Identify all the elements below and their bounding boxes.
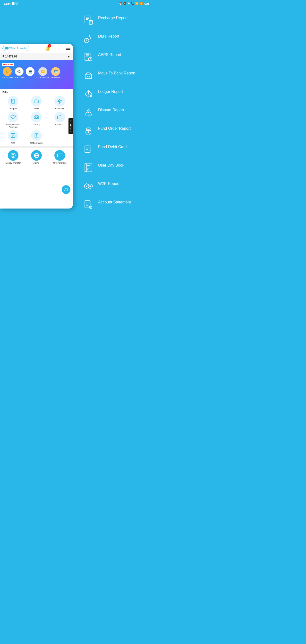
banner-item-rashancard[interactable]: 🌾 RASHAN CARD bbox=[2, 67, 13, 78]
wifi-icon: 📶 bbox=[135, 2, 138, 5]
phone-header: Wallet To Wallet 🔔 50 bbox=[0, 44, 73, 53]
fab-refresh-button[interactable] bbox=[62, 185, 70, 194]
move-to-bank-icon bbox=[83, 70, 94, 82]
banner-item-votercard[interactable]: 🪪 VOTER CARD bbox=[51, 67, 60, 78]
move-to-bank-label: Move To Bank Report bbox=[98, 70, 135, 76]
menu-item-ledger-report[interactable]: Ledger Report bbox=[83, 88, 148, 100]
banner-time: M to 6 PM bbox=[2, 63, 14, 66]
svg-rect-6 bbox=[58, 116, 62, 119]
menu-item-fund-debit-credit[interactable]: Fund Debit Credit bbox=[83, 144, 148, 155]
services-title: Bills bbox=[3, 91, 70, 94]
signal-icon: 📶 bbox=[139, 2, 143, 5]
minus-icon: ⊖ bbox=[127, 2, 130, 5]
fund-debit-credit-icon bbox=[83, 144, 94, 155]
dispute-report-label: Dispute Report bbox=[98, 107, 124, 113]
recharge-report-icon bbox=[83, 14, 94, 26]
service-cable-tv[interactable]: Cable TV bbox=[49, 112, 70, 128]
recharge-report-label: Recharge Report bbox=[98, 14, 128, 20]
bottom-section: Money Transfer AEPS UP bbox=[0, 148, 73, 166]
services-grid: Postpaid DTH Electrici bbox=[3, 96, 70, 144]
svg-point-4 bbox=[35, 117, 36, 118]
menu-item-account-statement[interactable]: Account Statement bbox=[83, 199, 148, 210]
svg-point-0 bbox=[18, 70, 20, 72]
service-money-transfer[interactable]: Money Transfer bbox=[3, 150, 24, 164]
dispute-report-icon bbox=[83, 107, 94, 118]
dmt-report-icon bbox=[83, 33, 94, 44]
banner-item-utilitybill[interactable]: UTILITY BILL bbox=[15, 67, 24, 78]
service-nsdl[interactable]: NSDL Initiate bbox=[26, 130, 47, 144]
account-statement-icon bbox=[83, 199, 94, 210]
fund-order-icon bbox=[83, 125, 94, 137]
banner-icons: 🌾 RASHAN CARD UTILITY BILL 💻 💳 PVC CARD … bbox=[2, 67, 71, 78]
menu-item-dispute-report[interactable]: Dispute Report bbox=[83, 107, 148, 118]
support-tab[interactable]: SUPPORT bbox=[68, 118, 73, 134]
wallet-icon bbox=[5, 47, 9, 50]
balance-amount: ₹ 14472.08 bbox=[3, 55, 17, 58]
phone-frame: SUPPORT Wallet To Wallet 🔔 50 ₹ 14472.08… bbox=[0, 44, 73, 208]
svg-point-18 bbox=[88, 114, 91, 117]
status-right: ⏰ 🔕 ⊖ 📞 📶 📶 42% bbox=[119, 2, 149, 5]
menu-item-user-day-book[interactable]: User Day Book bbox=[83, 162, 148, 174]
service-life-insurance[interactable]: Life Insurance Premium bbox=[3, 112, 24, 128]
service-upi-payment[interactable]: UPI Payment bbox=[49, 150, 70, 164]
menu-item-w2r-report[interactable]: W2R Report bbox=[83, 180, 148, 192]
svg-rect-21 bbox=[85, 146, 90, 152]
menu-item-dmt-report[interactable]: DMT Report bbox=[83, 33, 148, 44]
call-icon: 📞 bbox=[131, 2, 134, 5]
wallet-to-wallet-button[interactable]: Wallet To Wallet bbox=[3, 46, 29, 51]
service-dth[interactable]: DTH bbox=[26, 96, 47, 110]
menu-item-move-to-bank[interactable]: Move To Bank Report bbox=[83, 70, 148, 82]
fund-order-label: Fund Order Report bbox=[98, 125, 131, 131]
battery: 42% bbox=[144, 2, 149, 5]
account-statement-label: Account Statement bbox=[98, 199, 131, 205]
fund-debit-credit-label: Fund Debit Credit bbox=[98, 144, 128, 150]
service-aeps[interactable]: AEPS bbox=[26, 150, 47, 164]
banner-item-laptop[interactable]: 💻 bbox=[26, 67, 35, 78]
notification-badge: 50 bbox=[48, 44, 51, 48]
mute-icon: 🔕 bbox=[123, 2, 126, 5]
w2r-report-label: W2R Report bbox=[98, 180, 119, 186]
svg-rect-11 bbox=[58, 154, 62, 157]
w2r-report-icon bbox=[83, 180, 94, 192]
banner-item-pvccard[interactable]: 💳 PVC CARD PRINT bbox=[36, 67, 49, 78]
shield-icon: 🛡 bbox=[15, 2, 18, 5]
menu-item-fund-order[interactable]: Fund Order Report bbox=[83, 125, 148, 137]
user-day-book-label: User Day Book bbox=[98, 162, 124, 168]
bell-container[interactable]: 🔔 50 bbox=[45, 46, 50, 51]
ledger-report-label: Ledger Report bbox=[98, 88, 123, 94]
phone-banner: M to 6 PM 🌾 RASHAN CARD UTILITY BILL 💻 bbox=[0, 60, 73, 89]
service-electricity[interactable]: Electricity bbox=[49, 96, 70, 110]
dropdown-icon[interactable]: ▼ bbox=[67, 54, 70, 58]
svg-rect-13 bbox=[89, 20, 93, 24]
ledger-report-icon bbox=[83, 88, 94, 100]
services-section: Bills Postpaid bbox=[0, 89, 73, 146]
menu-item-aeps-report[interactable]: AEPS Report bbox=[83, 52, 148, 63]
right-menu: Recharge Report DMT Report AEPS Report bbox=[75, 10, 153, 222]
section-divider bbox=[0, 146, 73, 148]
service-fastag[interactable]: FASTag bbox=[26, 112, 47, 128]
balance-bar: ₹ 14472.08 ▼ bbox=[0, 53, 73, 60]
status-bar: 12:34 🅱 🛡 ⏰ 🔕 ⊖ 📞 📶 📶 42% bbox=[0, 0, 153, 7]
time: 12:34 bbox=[4, 2, 11, 5]
menu-item-recharge-report[interactable]: Recharge Report bbox=[83, 14, 148, 26]
hamburger-menu[interactable] bbox=[66, 47, 70, 50]
alarm-icon: ⏰ bbox=[119, 2, 122, 5]
aeps-report-icon bbox=[83, 52, 94, 63]
b-icon: 🅱 bbox=[12, 2, 14, 5]
svg-point-5 bbox=[37, 117, 38, 118]
status-left: 12:34 🅱 🛡 bbox=[4, 2, 18, 5]
svg-rect-3 bbox=[34, 116, 39, 118]
bottom-grid: Money Transfer AEPS UP bbox=[3, 150, 70, 164]
dmt-report-label: DMT Report bbox=[98, 33, 119, 39]
svg-rect-2 bbox=[34, 100, 39, 103]
service-pes[interactable]: PES bbox=[3, 130, 24, 144]
aeps-report-label: AEPS Report bbox=[98, 52, 121, 58]
user-day-book-icon bbox=[83, 162, 94, 174]
service-postpaid[interactable]: Postpaid bbox=[3, 96, 24, 110]
